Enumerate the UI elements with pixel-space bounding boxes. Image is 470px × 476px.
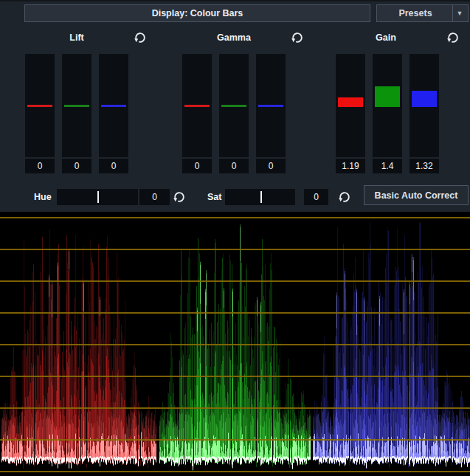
lift-green-indicator [64,105,89,107]
sat-slider[interactable] [225,189,295,205]
gain-red-value[interactable]: 1.19 [336,159,365,173]
lift-red-value[interactable]: 0 [25,159,55,173]
gain-blue-slider[interactable] [409,54,439,157]
dropdown-caret-icon[interactable]: ▼ [455,5,465,21]
gamma-section-label: Gamma [217,32,251,43]
gamma-red-slider[interactable] [182,54,212,157]
colour-correction-window: Display: Colour Bars Presets ▼ Lift Gamm… [0,0,470,476]
lift-green-slider[interactable] [62,54,91,157]
gamma-green-slider[interactable] [219,54,249,157]
lift-red-indicator [27,105,52,107]
sat-label: Sat [207,189,221,205]
gain-red-indicator [338,97,363,107]
gain-section-label: Gain [376,32,396,43]
sat-value[interactable]: 0 [304,189,328,205]
gamma-blue-indicator [258,105,283,107]
sat-reset-icon[interactable] [338,190,351,204]
gamma-blue-slider[interactable] [256,54,286,157]
lift-blue-value[interactable]: 0 [99,159,128,173]
gamma-reset-icon[interactable] [291,31,304,44]
gamma-blue-value[interactable]: 0 [256,159,286,173]
gain-green-indicator [375,86,400,107]
gain-blue-value[interactable]: 1.32 [409,159,439,173]
hue-slider-caret [97,191,99,203]
gamma-green-indicator [221,105,246,107]
presets-label: Presets [377,5,454,21]
sat-slider-caret [260,191,262,203]
gain-reset-icon[interactable] [446,31,460,44]
hue-label: Hue [34,189,52,205]
presets-button[interactable]: Presets ▼ [376,4,469,22]
basic-auto-correct-button[interactable]: Basic Auto Correct [364,185,469,205]
gain-blue-indicator [412,91,437,107]
display-mode-button[interactable]: Display: Colour Bars [24,4,370,22]
lift-blue-indicator [101,105,126,107]
hue-slider[interactable] [57,189,138,205]
lift-section-label: Lift [69,32,83,43]
gamma-green-value[interactable]: 0 [219,159,249,173]
hue-value[interactable]: 0 [139,189,170,205]
gain-green-slider[interactable] [373,54,402,157]
window-top-edge [0,0,470,1]
lift-reset-icon[interactable] [134,31,147,44]
hue-reset-icon[interactable] [173,190,186,204]
lift-red-slider[interactable] [25,54,55,157]
presets-divider [452,5,453,21]
control-panel: Display: Colour Bars Presets ▼ Lift Gamm… [0,0,470,212]
gain-green-value[interactable]: 1.4 [373,159,402,173]
waveform-scope [0,212,470,476]
lift-green-value[interactable]: 0 [62,159,91,173]
gain-red-slider[interactable] [336,54,365,157]
gamma-red-indicator [184,105,210,107]
lift-blue-slider[interactable] [99,54,128,157]
waveform-canvas [0,212,470,476]
gamma-red-value[interactable]: 0 [182,159,212,173]
